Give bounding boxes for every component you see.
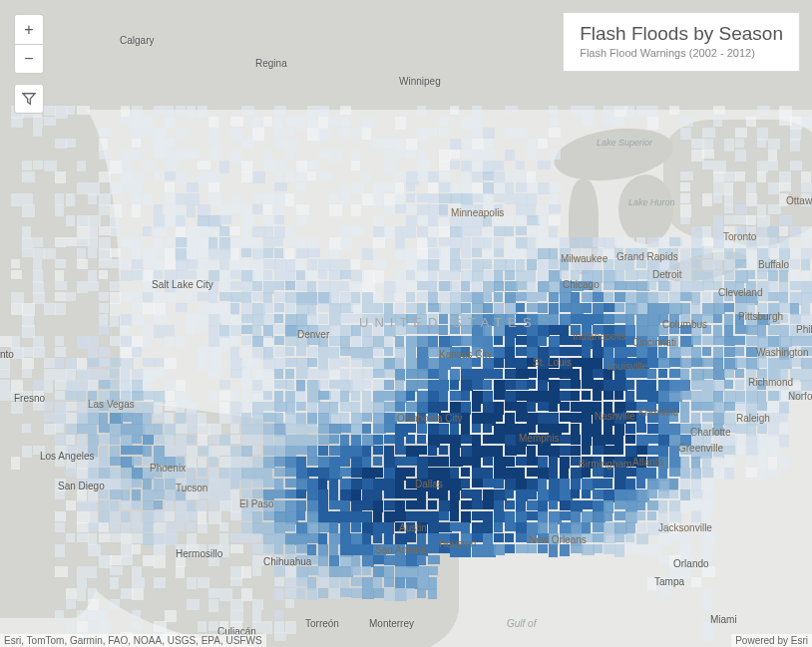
filter-icon	[22, 92, 36, 106]
zoom-out-button[interactable]: −	[14, 44, 44, 74]
zoom-controls: + −	[14, 14, 44, 114]
map-container[interactable]: Lake Superior Lake Huron Gulf of UNITED …	[0, 0, 812, 647]
title-panel: Flash Floods by Season Flash Flood Warni…	[563, 12, 800, 72]
powered-by: Powered by Esri	[731, 634, 812, 647]
zoom-in-button[interactable]: +	[14, 14, 44, 44]
filter-button[interactable]	[14, 84, 44, 114]
attribution: Esri, TomTom, Garmin, FAO, NOAA, USGS, E…	[0, 634, 266, 647]
panel-title: Flash Floods by Season	[580, 23, 783, 45]
svg-marker-0	[23, 94, 35, 105]
lake-superior-label: Lake Superior	[597, 138, 652, 148]
panel-subtitle: Flash Flood Warnings (2002 - 2012)	[580, 47, 783, 59]
gulf-label: Gulf of	[507, 618, 536, 629]
country-label: UNITED STATES	[359, 315, 538, 330]
lake-huron-label: Lake Huron	[628, 197, 675, 207]
